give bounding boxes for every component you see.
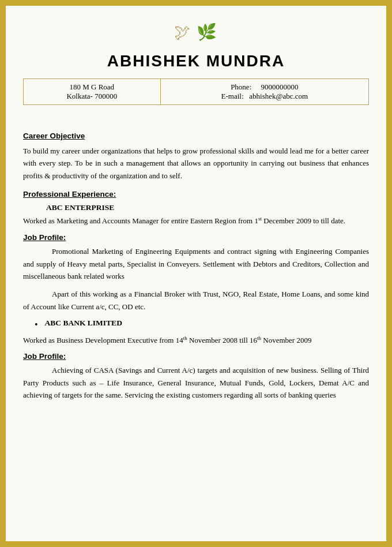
company-2-bullet: • ABC BANK LIMITED: [35, 319, 369, 331]
address-line2: Kolkata- 700000: [33, 92, 151, 101]
job-profile-2-heading: Job Profile:: [23, 352, 369, 361]
resume-page: 🕊 🌿 ABHISHEK MUNDRA 180 M G Road Kolkata…: [6, 6, 386, 541]
contact-cell: Phone: 9000000000 E-mail: abhishek@abc.c…: [160, 79, 368, 105]
address-cell: 180 M G Road Kolkata- 700000: [24, 79, 161, 105]
logo-area: 🕊 🌿: [23, 17, 369, 46]
logo-icon: 🕊 🌿: [174, 23, 218, 42]
job-profile-1-heading: Job Profile:: [23, 233, 369, 242]
career-objective-heading: Career Objective: [23, 132, 369, 140]
company-1-name: ABC ENTERPRISE: [46, 203, 369, 212]
phone-line: Phone: 9000000000: [170, 83, 359, 92]
bullet-icon: •: [35, 319, 38, 331]
email-line: E-mail: abhishek@abc.com: [170, 92, 359, 101]
company-2-description: Worked as Business Development Executive…: [23, 334, 369, 347]
phone-label: Phone:: [231, 83, 251, 91]
company-2-name: ABC BANK LIMITED: [45, 319, 122, 328]
professional-experience-heading: Professional Experience:: [23, 190, 369, 198]
professional-experience-section: Professional Experience: ABC ENTERPRISE …: [23, 190, 369, 401]
email-address: abhishek@abc.com: [249, 92, 308, 100]
job-profile-1-text1: Promotional Marketing of Engineering Equ…: [23, 245, 369, 282]
job-profile-1-text2: Apart of this working as a Financial Bro…: [23, 288, 369, 313]
company-1-description: Worked as Marketing and Accounts Manager…: [23, 215, 369, 227]
candidate-name: ABHISHEK MUNDRA: [23, 52, 369, 70]
career-objective-section: Career Objective To build my career unde…: [23, 132, 369, 182]
email-label: E-mail:: [221, 92, 244, 100]
phone-number: 9000000000: [261, 83, 299, 91]
contact-table: 180 M G Road Kolkata- 700000 Phone: 9000…: [23, 78, 369, 105]
job-profile-2-text: Achieving of CASA (Savings and Current A…: [23, 364, 369, 401]
address-line1: 180 M G Road: [33, 83, 151, 92]
career-objective-text: To build my career under organizations t…: [23, 145, 369, 182]
